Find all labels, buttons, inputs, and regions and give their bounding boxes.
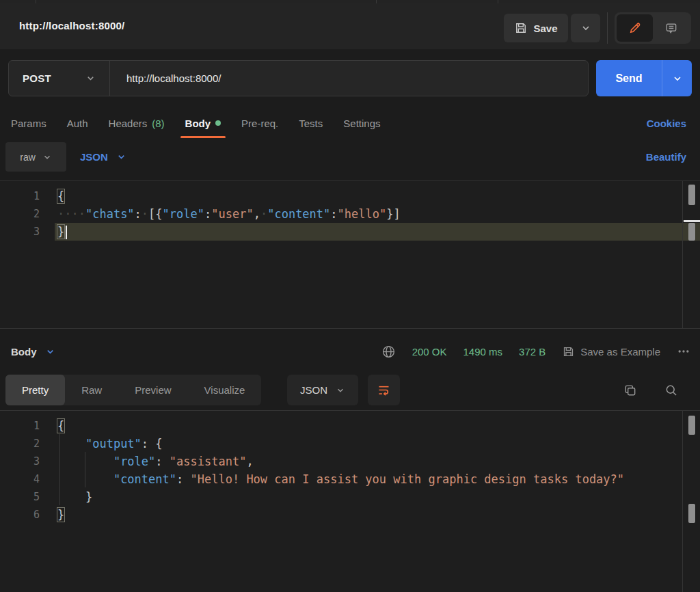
response-size[interactable]: 372 B [519,346,546,358]
code-token: "hello" [338,207,387,221]
code-token [57,472,113,486]
comment-icon [664,21,678,35]
save-options-button[interactable] [571,14,600,42]
more-actions-button[interactable] [677,345,690,358]
chevron-down-icon [672,73,683,84]
beautify-link[interactable]: Beautify [646,142,686,172]
code-token [57,455,113,468]
scrollbar-thumb[interactable] [688,504,695,523]
tab-params[interactable]: Params [11,108,46,138]
code-text: } [55,488,700,506]
method-select[interactable]: POST [9,61,110,96]
save-as-example-button[interactable]: Save as Example [562,345,660,358]
code-token: , [254,207,260,221]
search-response-button[interactable] [658,375,685,405]
request-tabs: Params Auth Headers(8) Body Pre-req. Tes… [0,108,700,138]
code-token: "role" [163,207,204,221]
code-token: : { [142,437,163,450]
response-body-viewer[interactable]: 1{2 "output": {3 "role": "assistant",4 "… [0,410,700,592]
send-split-button: Send [596,60,692,96]
editor-line: 3 "role": "assistant", [0,453,700,470]
view-tab-pretty[interactable]: Pretty [5,375,65,405]
line-number: 3 [0,223,40,241]
editor-line[interactable]: 3} [0,223,700,241]
tab-settings[interactable]: Settings [343,108,380,138]
send-button[interactable]: Send [596,60,662,96]
view-tab-visualize[interactable]: Visualize [188,375,262,405]
request-title: http://localhost:8000/ [19,20,124,31]
documentation-toggle-group [615,12,691,44]
line-number: 1 [0,417,40,435]
code-text[interactable]: ····"chats":·[{"role":"user",·"content":… [55,205,700,223]
search-icon [664,384,678,397]
status-badge[interactable]: 200 OK [412,346,447,358]
text-cursor [66,226,67,239]
view-tab-preview[interactable]: Preview [118,375,187,405]
editor-line: 6} [0,506,700,524]
code-token: } [57,508,64,522]
code-token: "chats" [85,207,135,221]
code-text: "output": { [55,435,700,453]
current-line-marker [684,220,700,222]
tab-headers[interactable]: Headers(8) [109,108,165,138]
save-icon [514,21,528,35]
code-text[interactable]: { [55,187,700,205]
editor-line[interactable]: 2····"chats":·[{"role":"user",·"content"… [0,205,700,223]
response-editor-scrollbar[interactable] [682,410,700,592]
scrollbar-thumb[interactable] [688,416,695,435]
request-title-bar: http://localhost:8000/ Save [0,3,700,49]
code-token: "Hello! How can I assist you with graphi… [191,472,625,486]
editor-line[interactable]: 1{ [0,187,700,205]
line-number: 2 [0,205,40,223]
ellipsis-icon [677,345,690,358]
response-view-tabs: Pretty Raw Preview Visualize [5,375,261,405]
network-globe-icon[interactable] [381,345,396,359]
code-token: · [260,207,267,221]
cookies-link[interactable]: Cookies [647,108,686,138]
code-token: : [204,207,211,221]
response-meta: 200 OK 1490 ms 372 B Save as Example [381,336,690,366]
tab-pre-request[interactable]: Pre-req. [241,108,278,138]
code-token: { [57,419,64,433]
request-body-editor[interactable]: 1{2····"chats":·[{"role":"user",·"conten… [0,180,700,329]
code-token: , [246,455,253,468]
line-number: 1 [0,187,40,205]
body-mode-select[interactable]: raw [5,142,66,172]
response-time[interactable]: 1490 ms [463,346,503,358]
scrollbar-thumb[interactable] [688,223,695,241]
tab-body[interactable]: Body [185,108,221,138]
save-button[interactable]: Save [504,14,568,42]
edit-button[interactable] [617,14,653,42]
code-text[interactable]: } [55,223,700,241]
headers-count-badge: (8) [152,118,164,129]
code-token: : [176,472,190,486]
scrollbar-thumb[interactable] [688,185,695,205]
view-tab-raw[interactable]: Raw [65,375,118,405]
copy-response-button[interactable] [617,375,644,405]
copy-icon [623,384,637,397]
response-panel-select[interactable]: Body [0,346,55,358]
code-token: : [330,207,337,221]
request-editor-scrollbar[interactable] [682,180,700,329]
app-window: http://localhost:8000/ Save [0,0,700,592]
code-token: { [57,189,64,203]
code-token: "content" [113,472,176,486]
line-number: 2 [0,435,40,453]
editor-line: 4 "content": "Hello! How can I assist yo… [0,470,700,488]
titlebar-divider [607,12,608,44]
language-select[interactable]: JSON [80,142,126,172]
send-options-button[interactable] [662,60,692,96]
response-language-select[interactable]: JSON [287,375,358,405]
tab-tests[interactable]: Tests [299,108,323,138]
comments-button[interactable] [653,14,689,42]
tab-auth[interactable]: Auth [67,108,88,138]
line-wrap-button[interactable] [368,375,400,405]
url-input[interactable]: http://localhost:8000/ [110,61,588,96]
code-token: "output" [85,437,142,450]
response-header: Body 200 OK 1490 ms 372 B Save as Exampl… [0,336,700,366]
code-token: } [57,490,92,504]
response-toolbar: Pretty Raw Preview Visualize JSON [0,375,700,406]
code-token: "user" [211,207,253,221]
line-wrap-icon [377,383,391,397]
chevron-down-icon [580,23,591,33]
